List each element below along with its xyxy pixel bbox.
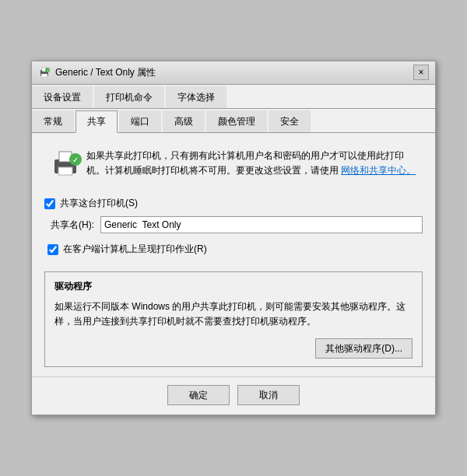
share-name-label: 共享名(H): <box>47 219 94 232</box>
cancel-button[interactable]: 取消 <box>237 385 300 405</box>
render-jobs-label[interactable]: 在客户端计算机上呈现打印作业(R) <box>63 243 207 256</box>
title-bar-left: ✓ Generic / Text Only 属性 <box>38 66 156 79</box>
tab-security[interactable]: 安全 <box>269 110 311 132</box>
other-drivers-button[interactable]: 其他驱动程序(D)... <box>315 338 413 359</box>
window-title: Generic / Text Only 属性 <box>55 66 156 79</box>
printer-status-icon: ✓ <box>51 149 79 177</box>
tab-row-1: 设备设置 打印机命令 字体选择 <box>32 85 435 109</box>
tab-print-command[interactable]: 打印机命令 <box>94 86 164 108</box>
svg-text:✓: ✓ <box>47 68 49 72</box>
title-bar: ✓ Generic / Text Only 属性 × <box>32 61 435 85</box>
share-name-input[interactable] <box>100 216 423 233</box>
share-printer-label[interactable]: 共享这台打印机(S) <box>60 197 138 210</box>
content-area: ✓ 如果共享此打印机，只有拥有此计算机用户名和密码的用户才可以使用此打印机。计算… <box>32 133 435 377</box>
tab-device-settings[interactable]: 设备设置 <box>32 86 93 108</box>
svg-text:✓: ✓ <box>72 156 79 164</box>
ok-button[interactable]: 确定 <box>167 385 230 405</box>
render-jobs-checkbox[interactable] <box>47 244 58 255</box>
tab-color-management[interactable]: 颜色管理 <box>206 110 267 132</box>
printer-icon: ✓ <box>38 66 51 79</box>
driver-section: 驱动程序 如果运行不同版本 Windows 的用户共享此打印机，则可能需要安装其… <box>44 271 423 367</box>
tab-font-select[interactable]: 字体选择 <box>166 86 226 108</box>
share-printer-row: 共享这台打印机(S) <box>44 197 423 210</box>
form-section: 共享这台打印机(S) 共享名(H): 在客户端计算机上呈现打印作业(R) <box>44 197 423 256</box>
svg-rect-7 <box>58 167 72 175</box>
svg-rect-2 <box>41 74 47 77</box>
main-window: ✓ Generic / Text Only 属性 × 设备设置 打印机命令 字体… <box>31 61 436 416</box>
driver-description: 如果运行不同版本 Windows 的用户共享此打印机，则可能需要安装其他驱动程序… <box>54 299 413 329</box>
driver-btn-row: 其他驱动程序(D)... <box>54 338 413 359</box>
tab-row-2: 常规 共享 端口 高级 颜色管理 安全 <box>32 109 435 133</box>
info-text: 如果共享此打印机，只有拥有此计算机用户名和密码的用户才可以使用此打印机。计算机睡… <box>86 149 416 178</box>
close-button[interactable]: × <box>413 65 429 80</box>
share-printer-checkbox[interactable] <box>44 198 55 209</box>
tab-general[interactable]: 常规 <box>32 110 74 132</box>
info-box: ✓ 如果共享此打印机，只有拥有此计算机用户名和密码的用户才可以使用此打印机。计算… <box>44 142 423 184</box>
driver-title: 驱动程序 <box>54 280 413 293</box>
share-name-row: 共享名(H): <box>47 216 423 233</box>
network-sharing-link[interactable]: 网络和共享中心。 <box>341 165 416 176</box>
tab-advanced[interactable]: 高级 <box>163 110 205 132</box>
tab-sharing[interactable]: 共享 <box>75 110 118 133</box>
bottom-bar: 确定 取消 <box>32 376 435 415</box>
tab-ports[interactable]: 端口 <box>119 110 161 132</box>
render-jobs-row: 在客户端计算机上呈现打印作业(R) <box>47 243 423 256</box>
